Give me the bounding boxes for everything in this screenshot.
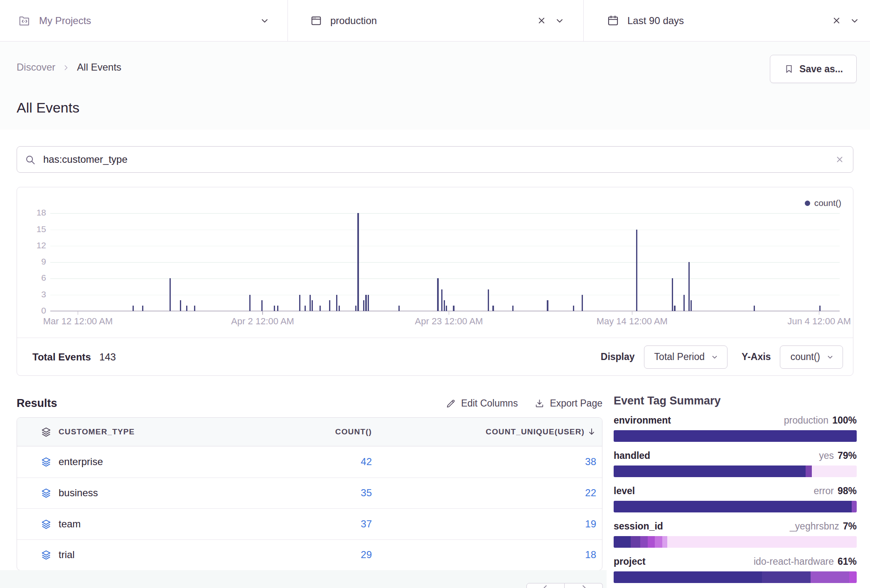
column-header-customer-type[interactable]: CUSTOMER_TYPE xyxy=(59,427,246,436)
tag-bar-segment[interactable] xyxy=(614,466,806,477)
chart-bar xyxy=(368,295,369,311)
count-unique-link[interactable]: 38 xyxy=(372,456,596,468)
event-tag-summary-title: Event Tag Summary xyxy=(614,394,857,407)
tag-bar-segment[interactable] xyxy=(852,501,857,512)
y-axis-tick-label: 9 xyxy=(17,257,46,267)
count-link[interactable]: 37 xyxy=(246,518,372,530)
export-page-button[interactable]: Export Page xyxy=(534,398,602,409)
tag-bar-segment[interactable] xyxy=(614,430,857,442)
projects-folder-icon xyxy=(18,15,31,27)
tag-bar-segment[interactable] xyxy=(812,466,857,477)
date-range-selector[interactable]: Last 90 days xyxy=(584,0,870,41)
table-row[interactable]: team 37 19 xyxy=(17,508,602,539)
table-row[interactable]: enterprise 42 38 xyxy=(17,446,602,478)
tag-bar-segment[interactable] xyxy=(667,536,857,548)
chart-bar xyxy=(336,295,337,311)
events-chart: count() 0369121518 Mar 12 12:00 AMApr 2 … xyxy=(17,187,853,338)
column-header-count[interactable]: COUNT() xyxy=(246,427,372,436)
count-unique-link[interactable]: 19 xyxy=(372,518,596,530)
download-icon xyxy=(534,398,545,409)
chevron-down-icon xyxy=(710,353,719,361)
results-title: Results xyxy=(17,397,57,410)
tag-bar-segment[interactable] xyxy=(614,536,631,548)
chevron-down-icon xyxy=(826,353,834,361)
tag-name: handled xyxy=(614,449,819,462)
save-as-button[interactable]: Save as... xyxy=(770,55,857,83)
count-link[interactable]: 29 xyxy=(246,549,372,561)
tag-bar-segment[interactable] xyxy=(614,571,762,583)
tag-distribution-bar[interactable] xyxy=(614,571,857,583)
chevron-down-icon[interactable] xyxy=(849,15,860,26)
clear-date-range-icon[interactable] xyxy=(831,15,842,26)
y-axis-dropdown[interactable]: count() xyxy=(780,345,843,369)
discover-all-events-page: My Projects production xyxy=(0,0,870,588)
tag-bar-segment[interactable] xyxy=(849,571,857,583)
chart-bar xyxy=(446,306,447,311)
customer-type-value: team xyxy=(59,518,246,530)
chart-bar xyxy=(754,306,755,311)
tag-top-value[interactable]: ido-react-hardware xyxy=(754,555,834,568)
tag-bar-segment[interactable] xyxy=(762,571,811,583)
environment-selector[interactable]: production xyxy=(288,0,584,41)
layers-icon xyxy=(17,519,59,529)
pagination xyxy=(526,583,603,588)
count-link[interactable]: 42 xyxy=(246,456,372,468)
tag-bar-segment[interactable] xyxy=(631,536,640,548)
chart-bar xyxy=(180,300,181,311)
chart-plot xyxy=(50,208,840,315)
count-unique-link[interactable]: 22 xyxy=(372,487,596,499)
bookmark-icon xyxy=(784,64,794,74)
tag-bar-segment[interactable] xyxy=(811,571,850,583)
x-axis-tick-label: Mar 12 12:00 AM xyxy=(32,316,124,327)
project-selector[interactable]: My Projects xyxy=(0,0,288,41)
pagination-previous-button[interactable] xyxy=(526,583,565,588)
tag-distribution-bar[interactable] xyxy=(614,501,857,512)
tag-distribution-bar[interactable] xyxy=(614,536,857,548)
tag-distribution-bar[interactable] xyxy=(614,466,857,477)
tag-bar-segment[interactable] xyxy=(648,536,655,548)
tag-bar-segment[interactable] xyxy=(806,466,812,477)
tag-top-value[interactable]: _yeghrsbnz xyxy=(790,520,839,532)
chart-bar xyxy=(249,295,251,311)
chevron-down-icon[interactable] xyxy=(554,15,565,26)
chart-bar xyxy=(688,262,690,311)
export-page-label: Export Page xyxy=(550,398,602,409)
clear-environment-icon[interactable] xyxy=(536,15,547,26)
tag-row-environment: environment production 100% xyxy=(614,414,857,442)
tag-top-value[interactable]: production xyxy=(784,414,828,426)
page-title: All Events xyxy=(17,100,79,116)
edit-columns-button[interactable]: Edit Columns xyxy=(446,398,518,409)
table-row[interactable]: trial 29 18 xyxy=(17,539,602,571)
layers-icon xyxy=(17,488,59,498)
count-link[interactable]: 35 xyxy=(246,487,372,499)
display-dropdown[interactable]: Total Period xyxy=(644,345,727,369)
search-input[interactable] xyxy=(43,154,835,165)
page-footer-band xyxy=(0,570,607,588)
chart-bar xyxy=(363,300,364,311)
tag-name: session_id xyxy=(614,520,790,532)
chart-bar xyxy=(674,306,675,311)
chart-bar xyxy=(170,278,171,311)
chart-footer: Total Events 143 Display Total Period Y-… xyxy=(17,338,853,376)
table-row[interactable]: business 35 22 xyxy=(17,478,602,509)
column-header-count-unique[interactable]: COUNT_UNIQUE(USER) xyxy=(372,427,596,436)
tag-bar-segment[interactable] xyxy=(655,536,662,548)
tag-top-value[interactable]: yes xyxy=(819,449,834,462)
tag-bar-segment[interactable] xyxy=(662,536,667,548)
tag-bar-segment[interactable] xyxy=(614,501,852,512)
calendar-icon xyxy=(607,15,619,27)
tag-distribution-bar[interactable] xyxy=(614,430,857,442)
tag-top-value[interactable]: error xyxy=(813,485,834,497)
tag-bar-segment[interactable] xyxy=(640,536,648,548)
chevron-down-icon[interactable] xyxy=(259,15,270,26)
pagination-next-button[interactable] xyxy=(565,583,603,588)
environment-selector-label: production xyxy=(330,15,536,27)
chart-legend[interactable]: count() xyxy=(805,198,841,208)
count-unique-link[interactable]: 18 xyxy=(372,549,596,561)
clear-search-icon[interactable] xyxy=(835,154,845,164)
breadcrumb-discover-link[interactable]: Discover xyxy=(17,61,55,73)
display-label: Display xyxy=(601,351,635,363)
tag-top-percent: 98% xyxy=(838,485,857,497)
legend-dot-icon xyxy=(805,201,810,206)
global-filter-bar: My Projects production xyxy=(0,0,870,42)
